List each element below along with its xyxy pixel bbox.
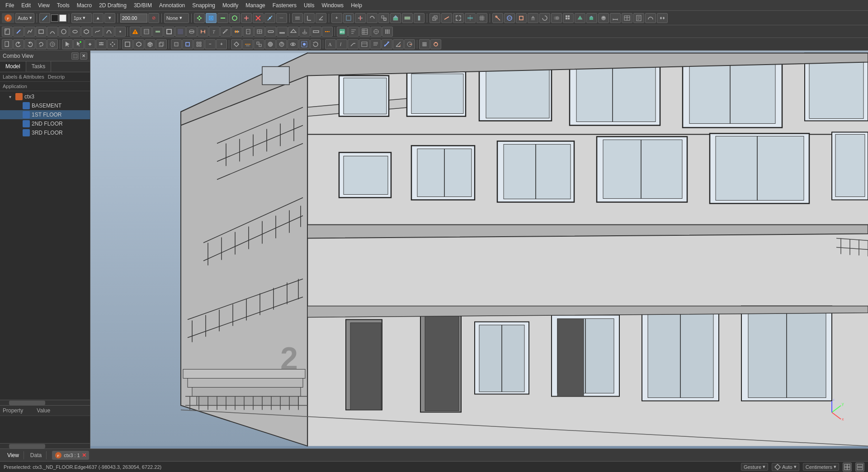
snap-perp-icon[interactable] (304, 13, 315, 23)
ellipse-icon[interactable] (70, 27, 80, 37)
distance-lock[interactable]: ⊘ (148, 13, 159, 23)
view-top-icon[interactable] (133, 39, 144, 49)
close-panel-icon[interactable]: ✕ (80, 52, 87, 60)
beam-icon[interactable] (311, 27, 321, 37)
tree-item-basement[interactable]: BASEMENT (0, 101, 90, 110)
measure-icon[interactable] (441, 13, 452, 23)
section-plane-icon[interactable] (465, 13, 476, 23)
grid-icon[interactable] (476, 13, 487, 23)
view3d-icon[interactable] (429, 13, 440, 23)
layout-icon[interactable] (855, 463, 864, 472)
redo-icon[interactable] (24, 39, 35, 49)
arc-icon[interactable] (47, 27, 58, 37)
pipe-icon[interactable] (265, 27, 276, 37)
material-icon[interactable] (598, 13, 609, 23)
delete-icon[interactable] (253, 13, 264, 23)
library-icon[interactable] (382, 27, 393, 37)
bezier-icon[interactable] (104, 27, 114, 37)
grid2-icon[interactable] (419, 39, 430, 49)
point-icon[interactable] (115, 27, 126, 37)
part-icon[interactable] (516, 13, 527, 23)
boolean-icon[interactable] (551, 13, 562, 23)
render-icon[interactable] (175, 27, 186, 37)
polyline-icon[interactable] (24, 27, 35, 37)
snap-all-icon[interactable] (430, 39, 441, 49)
fill-color-swatch[interactable] (51, 14, 58, 22)
select-icon[interactable] (62, 39, 73, 49)
trim-icon[interactable] (355, 13, 366, 23)
constraint-icon[interactable] (492, 13, 503, 23)
minus-icon[interactable]: − (205, 39, 216, 49)
dimension2-icon[interactable] (198, 27, 208, 37)
group-toggle-icon[interactable] (254, 39, 264, 49)
fit-all-icon[interactable] (453, 13, 464, 23)
none-dropdown[interactable]: None▾ (164, 13, 189, 23)
quantity-icon[interactable] (348, 27, 359, 37)
measure-toolbar-icon[interactable] (382, 39, 392, 49)
snap-dots-icon[interactable]: ··· (276, 13, 287, 23)
menu-view[interactable]: View (34, 1, 53, 9)
menu-utils[interactable]: Utils (300, 1, 318, 9)
menu-3dbim[interactable]: 3D/BIM (130, 1, 156, 9)
fuse-icon[interactable] (586, 13, 597, 23)
italic-icon[interactable]: I (336, 39, 347, 49)
schedule-icon[interactable] (359, 27, 370, 37)
toggle-cut-icon[interactable] (242, 39, 253, 49)
tree-item-3rd-floor[interactable]: 3RD FLOOR (0, 128, 90, 137)
rect-draw-icon[interactable] (36, 27, 47, 37)
bspline-icon[interactable] (92, 27, 103, 37)
view-iso-icon[interactable] (145, 39, 156, 49)
menu-fasteners[interactable]: Fasteners (269, 1, 300, 9)
compound-icon[interactable] (575, 13, 585, 23)
viewport[interactable]: 2 x y z (90, 51, 868, 449)
text-icon[interactable]: T (209, 27, 220, 37)
section-icon[interactable] (322, 27, 333, 37)
units-dropdown[interactable]: Centimeters ▾ (803, 463, 839, 471)
door-icon[interactable] (243, 27, 254, 37)
view-ortho-icon[interactable] (156, 39, 167, 49)
tab-data[interactable]: Data (26, 451, 47, 459)
tab-view[interactable]: View (3, 451, 24, 459)
text-anno-icon[interactable]: A (325, 39, 336, 49)
layer-icon[interactable] (186, 27, 197, 37)
revolve-icon[interactable] (539, 13, 550, 23)
menu-macro[interactable]: Macro (73, 1, 95, 9)
menu-windows[interactable]: Windows (318, 1, 347, 9)
path-icon[interactable] (645, 13, 656, 23)
column-icon[interactable] (414, 13, 425, 23)
array-icon[interactable] (563, 13, 574, 23)
view-front-icon[interactable] (122, 39, 133, 49)
snap-cross-icon[interactable] (241, 13, 252, 23)
add-view-icon[interactable] (193, 39, 204, 49)
tree-scrollbar-h[interactable] (0, 400, 90, 405)
snap-edge-icon[interactable] (217, 13, 228, 23)
property-scrollbar-h[interactable] (0, 443, 90, 449)
descrip-link[interactable]: Descrip (48, 74, 65, 79)
refresh-icon[interactable] (36, 39, 47, 49)
rebar-icon[interactable] (231, 27, 242, 37)
menu-modify[interactable]: Modify (219, 1, 242, 9)
menu-help[interactable]: Help (347, 1, 366, 9)
snap-parallel-icon[interactable] (292, 13, 303, 23)
extra1-icon[interactable] (657, 13, 668, 23)
frame-icon[interactable] (164, 27, 175, 37)
dimension-icon[interactable] (610, 13, 621, 23)
snap-circle-icon[interactable] (229, 13, 240, 23)
zoom-in-icon[interactable] (96, 39, 107, 49)
ifc-icon[interactable]: IFC (337, 27, 348, 37)
tree-item-2nd-floor[interactable]: 2ND FLOOR (0, 119, 90, 128)
zoom-pan-icon[interactable] (85, 39, 95, 49)
move-icon[interactable] (194, 13, 205, 23)
view-mode-icon[interactable] (843, 463, 852, 472)
solid-display-icon[interactable] (265, 39, 276, 49)
labels-attributes-link[interactable]: Labels & Attributes (3, 74, 44, 79)
stroke-color-swatch[interactable] (59, 14, 66, 22)
pencil-icon[interactable] (13, 27, 24, 37)
menu-manage[interactable]: Manage (242, 1, 269, 9)
tree-item-1st-floor[interactable]: 1ST FLOOR (0, 110, 90, 119)
survey-icon[interactable] (371, 27, 382, 37)
menu-file[interactable]: File (2, 1, 18, 9)
new-doc-icon[interactable] (2, 27, 13, 37)
menu-snapping[interactable]: Snapping (189, 1, 219, 9)
measure2-icon[interactable] (152, 27, 163, 37)
